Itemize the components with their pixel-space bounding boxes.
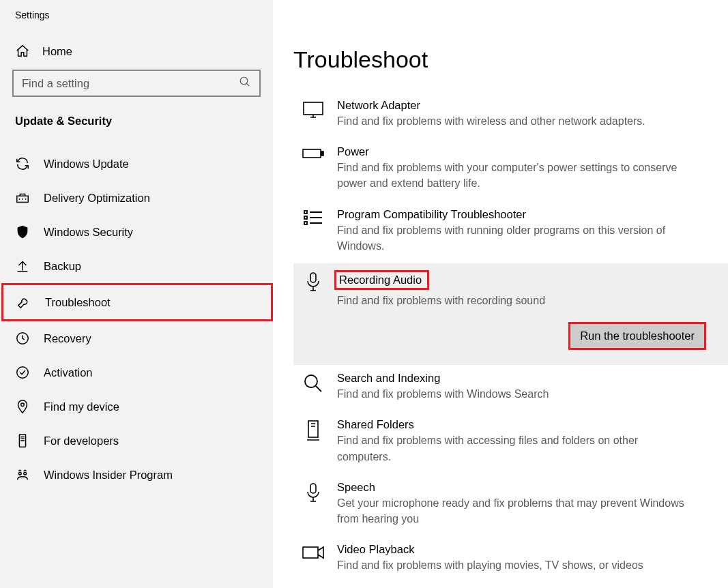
- insider-icon: [15, 467, 30, 482]
- ts-title: Video Playback: [337, 543, 694, 556]
- troubleshoot-list: Network Adapter Find and fix problems wi…: [293, 92, 728, 583]
- ts-title: Network Adapter: [337, 99, 694, 112]
- ts-desc: Find and fix problems with recording sou…: [337, 293, 706, 308]
- svg-rect-18: [303, 547, 318, 558]
- ts-item-shared-folders[interactable]: Shared Folders Find and fix problems wit…: [293, 411, 728, 473]
- sidebar-item-label: Windows Insider Program: [44, 469, 173, 482]
- sidebar-item-troubleshoot[interactable]: Troubleshoot: [1, 283, 273, 321]
- section-header: Update & Security: [0, 115, 273, 147]
- ts-item-network-adapter[interactable]: Network Adapter Find and fix problems wi…: [293, 92, 728, 138]
- sync-icon: [15, 156, 30, 171]
- ts-item-search-indexing[interactable]: Search and Indexing Find and fix problem…: [293, 365, 728, 411]
- ts-title: Speech: [337, 481, 694, 494]
- ts-desc: Find and fix problems with wireless and …: [337, 113, 694, 129]
- svg-point-0: [240, 77, 248, 85]
- sidebar-item-insider-program[interactable]: Windows Insider Program: [0, 458, 273, 492]
- svg-rect-8: [304, 102, 323, 115]
- ts-item-speech[interactable]: Speech Get your microphone ready and fix…: [293, 474, 728, 536]
- shield-icon: [15, 224, 30, 239]
- svg-point-3: [17, 367, 29, 379]
- wrench-icon: [16, 295, 31, 310]
- main-content: Troubleshoot Network Adapter Find and fi…: [273, 0, 728, 588]
- svg-rect-12: [304, 216, 307, 219]
- search-input[interactable]: [22, 77, 239, 90]
- list-icon: [302, 208, 325, 227]
- ts-desc: Find and fix problems with Windows Searc…: [337, 386, 694, 402]
- ts-title: Recording Audio: [334, 270, 429, 290]
- sidebar-item-label: Recovery: [44, 332, 91, 345]
- video-icon: [302, 543, 325, 561]
- device-icon: [302, 418, 325, 443]
- delivery-icon: [15, 190, 30, 205]
- activation-icon: [15, 365, 30, 380]
- sidebar-item-for-developers[interactable]: For developers: [0, 424, 273, 458]
- ts-item-video-playback[interactable]: Video Playback Find and fix problems wit…: [293, 536, 728, 583]
- battery-icon: [302, 145, 325, 160]
- svg-rect-9: [303, 149, 321, 158]
- sidebar-item-label: Troubleshoot: [45, 296, 111, 309]
- home-label: Home: [42, 45, 72, 58]
- magnifier-icon: [302, 372, 325, 394]
- svg-rect-11: [304, 211, 307, 214]
- svg-point-6: [19, 472, 22, 475]
- developers-icon: [15, 433, 30, 448]
- ts-title: Search and Indexing: [337, 372, 694, 385]
- ts-title: Shared Folders: [337, 418, 694, 431]
- sidebar-item-activation[interactable]: Activation: [0, 355, 273, 389]
- app-title: Settings: [0, 8, 273, 37]
- svg-rect-13: [304, 222, 307, 224]
- sidebar-item-recovery[interactable]: Recovery: [0, 321, 273, 355]
- backup-icon: [15, 259, 30, 274]
- sidebar-item-delivery-optimization[interactable]: Delivery Optimization: [0, 181, 273, 215]
- microphone-icon: [302, 481, 325, 504]
- sidebar-item-find-my-device[interactable]: Find my device: [0, 389, 273, 424]
- sidebar-item-label: Backup: [44, 260, 81, 273]
- svg-point-15: [305, 375, 317, 387]
- ts-item-recording-audio[interactable]: Recording Audio Find and fix problems wi…: [293, 263, 728, 365]
- ts-desc: Find and fix problems with playing movie…: [337, 557, 694, 573]
- svg-rect-14: [310, 273, 316, 282]
- sidebar-item-windows-security[interactable]: Windows Security: [0, 215, 273, 249]
- svg-point-4: [21, 403, 25, 407]
- sidebar-item-label: Windows Security: [44, 226, 133, 239]
- search-icon: [239, 76, 251, 91]
- svg-rect-10: [321, 151, 323, 156]
- ts-desc: Get your microphone ready and fix proble…: [337, 495, 694, 527]
- ts-desc: Find and fix problems with accessing fil…: [337, 432, 694, 464]
- recovery-icon: [15, 331, 30, 346]
- home-icon: [15, 44, 30, 59]
- page-title: Troubleshoot: [293, 46, 728, 73]
- sidebar-item-label: For developers: [44, 435, 119, 447]
- sidebar-item-backup[interactable]: Backup: [0, 249, 273, 283]
- sidebar-item-label: Find my device: [44, 400, 119, 413]
- sidebar-item-windows-update[interactable]: Windows Update: [0, 147, 273, 181]
- run-troubleshooter-button[interactable]: Run the troubleshooter: [568, 322, 706, 350]
- sidebar-item-label: Delivery Optimization: [44, 192, 150, 205]
- ts-title: Power: [337, 145, 694, 158]
- ts-item-power[interactable]: Power Find and fix problems with your co…: [293, 138, 728, 201]
- ts-item-program-compatibility[interactable]: Program Compatibility Troubleshooter Fin…: [293, 201, 728, 263]
- svg-point-7: [24, 472, 27, 475]
- sidebar-home[interactable]: Home: [0, 37, 273, 70]
- svg-rect-17: [310, 484, 316, 493]
- ts-title: Program Compatibility Troubleshooter: [337, 208, 694, 221]
- sidebar-item-label: Windows Update: [44, 158, 129, 171]
- monitor-icon: [302, 99, 325, 121]
- microphone-icon: [302, 270, 325, 293]
- search-input-container[interactable]: [12, 70, 261, 97]
- sidebar-item-label: Activation: [44, 366, 93, 379]
- ts-desc: Find and fix problems with your computer…: [337, 160, 694, 191]
- sidebar: Settings Home Update & Security Windows …: [0, 0, 273, 588]
- location-icon: [15, 399, 30, 414]
- ts-desc: Find and fix problems with running older…: [337, 222, 694, 254]
